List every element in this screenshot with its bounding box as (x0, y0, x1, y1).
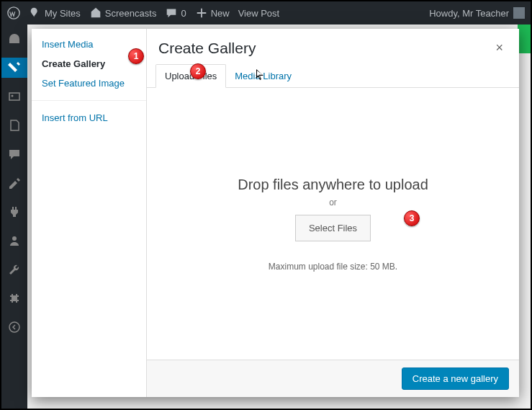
menu-pages[interactable] (1, 115, 27, 135)
menu-settings[interactable] (1, 288, 27, 308)
admin-menu (1, 24, 27, 409)
site-name-label: Screencasts (105, 8, 157, 19)
drop-instruction: Drop files anywhere to upload (238, 177, 428, 193)
menu-collapse[interactable] (1, 317, 27, 337)
max-upload-note: Maximum upload file size: 50 MB. (269, 262, 397, 272)
callout-3: 3 (404, 210, 420, 226)
menu-dashboard[interactable] (1, 29, 27, 49)
modal-sidebar: Insert Media Create Gallery Set Featured… (32, 29, 147, 397)
sidebar-separator (32, 100, 146, 101)
greeting[interactable]: Howdy, Mr Teacher (429, 8, 509, 19)
callout-1: 1 (128, 48, 144, 64)
callout-2: 2 (190, 63, 206, 79)
sidebar-item-insert-url[interactable]: Insert from URL (42, 112, 136, 123)
new-content[interactable]: New (195, 6, 230, 19)
admin-toolbar: My Sites Screencasts 0 New View Post How… (1, 1, 531, 24)
new-label: New (211, 8, 230, 19)
view-post-label: View Post (238, 8, 280, 19)
menu-users[interactable] (1, 231, 27, 251)
wp-logo[interactable] (7, 6, 20, 19)
modal-header: Create Gallery × (147, 29, 519, 64)
menu-comments[interactable] (1, 144, 27, 164)
menu-tools[interactable] (1, 259, 27, 280)
modal-main: Create Gallery × Upload Files Media Libr… (147, 29, 519, 397)
sidebar-item-insert-media[interactable]: Insert Media (42, 39, 136, 50)
svg-point-3 (9, 322, 19, 332)
menu-posts[interactable] (1, 58, 27, 78)
view-post[interactable]: View Post (238, 8, 280, 19)
svg-point-2 (12, 236, 17, 241)
select-files-button[interactable]: Select Files (295, 215, 371, 241)
my-sites-label: My Sites (45, 8, 81, 19)
create-gallery-button[interactable]: Create a new gallery (402, 367, 509, 390)
bg-accent (518, 24, 531, 53)
sidebar-item-create-gallery[interactable]: Create Gallery (42, 58, 136, 69)
avatar[interactable] (513, 7, 525, 19)
select-files-label: Select Files (309, 223, 357, 233)
svg-point-1 (12, 95, 14, 97)
comments-count: 0 (181, 8, 186, 19)
comments[interactable]: 0 (165, 6, 186, 19)
my-sites[interactable]: My Sites (29, 6, 81, 19)
site-name[interactable]: Screencasts (89, 6, 157, 19)
or-label: or (329, 197, 337, 208)
sidebar-item-set-featured[interactable]: Set Featured Image (42, 78, 136, 89)
media-modal: Insert Media Create Gallery Set Featured… (32, 29, 519, 397)
close-icon[interactable]: × (491, 37, 508, 58)
modal-title: Create Gallery (158, 40, 256, 57)
menu-appearance[interactable] (1, 173, 27, 193)
upload-dropzone[interactable]: Drop files anywhere to upload or Select … (147, 88, 519, 360)
sidebar-item-label: Create Gallery (42, 58, 105, 69)
modal-footer: Create a new gallery (147, 360, 519, 397)
mouse-cursor-icon (256, 69, 265, 81)
menu-media[interactable] (1, 86, 27, 107)
menu-plugins[interactable] (1, 202, 27, 222)
